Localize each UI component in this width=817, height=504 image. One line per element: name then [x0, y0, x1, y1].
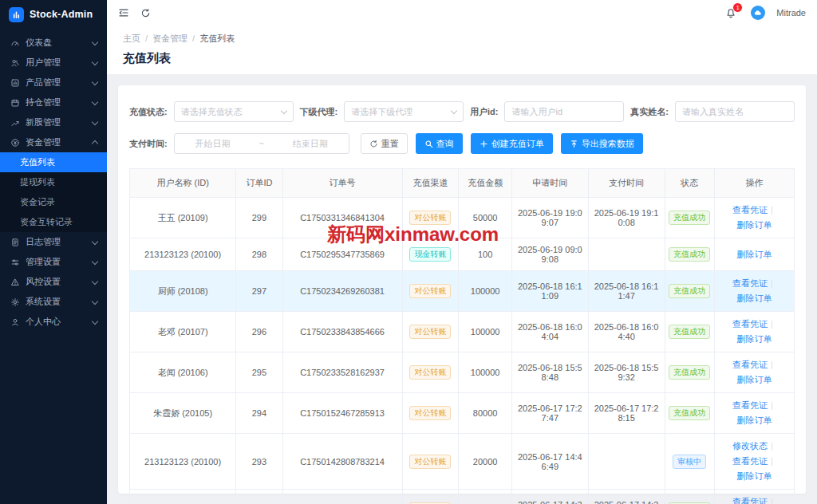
filter-user-id: 用户id:	[470, 101, 624, 122]
search-button-label: 查询	[436, 138, 454, 150]
content: 充值状态: 请选择充值状态 下级代理: 请选择下级代理	[107, 75, 817, 504]
action-link[interactable]: 删除订单	[736, 374, 772, 386]
action-link[interactable]: 删除订单	[736, 249, 772, 261]
recharge-status-select[interactable]: 请选择充值状态	[174, 101, 294, 122]
real-name-input[interactable]	[675, 101, 795, 122]
order-id-cell: 293	[236, 434, 282, 490]
positions-icon	[10, 98, 20, 108]
status-cell: 充值成功	[665, 352, 714, 393]
user-name-cell: 213123123 (20100)	[130, 434, 236, 490]
reset-button-label: 重置	[381, 138, 399, 150]
sidebar-item-系统设置[interactable]: 系统设置	[0, 292, 107, 312]
notification-badge: 1	[732, 2, 743, 13]
table-body: 王五 (20109)299C1750331346841304对公转账500002…	[130, 198, 795, 504]
filter-pay-time: 支付时间: 开始日期 ~ 结束日期	[129, 133, 349, 154]
action-link[interactable]: 删除订单	[736, 219, 772, 231]
export-button[interactable]: 导出搜索数据	[561, 133, 643, 154]
order-id-cell: 294	[236, 393, 282, 434]
system-settings-icon	[10, 297, 20, 307]
recharge-table: 用户名称 (ID)订单ID订单号充值渠道充值金额申请时间支付时间状态操作 王五 …	[129, 168, 795, 504]
users-icon	[10, 58, 20, 68]
sidebar-item-仪表盘[interactable]: 仪表盘	[0, 33, 107, 53]
actions-cell: 删除订单	[714, 238, 794, 271]
sidebar-subitem-资金记录[interactable]: 资金记录	[0, 192, 107, 212]
actions-cell: 查看凭证删除订单	[714, 312, 794, 352]
sidebar-item-产品管理[interactable]: 产品管理	[0, 73, 107, 93]
action-link[interactable]: 删除订单	[736, 471, 772, 482]
breadcrumb-item: 充值列表	[199, 33, 235, 43]
real-name-label: 真实姓名:	[630, 106, 669, 118]
sidebar-subitem-充值列表[interactable]: 充值列表	[0, 152, 107, 172]
username[interactable]: Mitrade	[776, 8, 806, 18]
table-header-row: 用户名称 (ID)订单ID订单号充值渠道充值金额申请时间支付时间状态操作	[130, 169, 795, 198]
action-link[interactable]: 删除订单	[736, 415, 772, 427]
breadcrumb-item[interactable]: 资金管理	[152, 33, 187, 43]
sidebar-item-管理设置[interactable]: 管理设置	[0, 252, 107, 272]
table-row: 老邓 (20107)296C1750233843854666对公转账100000…	[130, 312, 795, 352]
sidebar-item-新股管理[interactable]: 新股管理	[0, 112, 107, 132]
channel-cell: 对公转账	[402, 490, 459, 504]
action-link[interactable]: 查看凭证	[732, 455, 768, 467]
action-link[interactable]: 删除订单	[736, 293, 772, 305]
table-column-header: 支付时间	[588, 169, 665, 198]
action-link[interactable]: 删除订单	[736, 333, 772, 345]
order-id-cell: 298	[236, 238, 282, 271]
start-date-placeholder: 开始日期	[195, 138, 231, 150]
action-link[interactable]: 查看凭证	[732, 496, 768, 504]
reset-button[interactable]: 重置	[361, 133, 408, 154]
app-root: Stock-Admin 仪表盘用户管理产品管理持仓管理新股管理资金管理充值列表提…	[0, 0, 817, 504]
sidebar-item-label: 个人中心	[26, 316, 61, 328]
status-badge: 充值成功	[669, 325, 710, 339]
action-links: 修改状态查看凭证删除订单	[717, 440, 791, 482]
chevron-down-icon	[280, 108, 286, 114]
sidebar-subitem-资金互转记录[interactable]: 资金互转记录	[0, 212, 107, 232]
status-cell: 充值成功	[665, 312, 714, 352]
collapse-menu-icon[interactable]	[118, 7, 129, 18]
chevron-down-icon	[92, 317, 98, 324]
action-link[interactable]: 查看凭证	[732, 359, 768, 371]
sidebar-item-label: 风控设置	[26, 276, 61, 288]
action-link[interactable]: 修改状态	[732, 440, 768, 452]
sidebar-item-用户管理[interactable]: 用户管理	[0, 53, 107, 73]
sidebar-item-个人中心[interactable]: 个人中心	[0, 312, 107, 332]
action-link[interactable]: 查看凭证	[732, 278, 768, 289]
refresh-icon[interactable]	[140, 8, 151, 18]
amount-cell: 80000	[459, 393, 512, 434]
main-area: 1 Mitrade 主页/资金管理/充值列表 充值列表 充值状态: 请选择充值状…	[107, 0, 817, 504]
pay-time-cell: 2025-06-17 17:28:15	[588, 393, 665, 434]
breadcrumb: 主页/资金管理/充值列表	[123, 33, 801, 45]
sidebar-item-风控设置[interactable]: 风控设置	[0, 272, 107, 292]
sidebar-item-label: 资金管理	[26, 136, 61, 148]
breadcrumb-item[interactable]: 主页	[123, 33, 140, 43]
sidebar-subitem-提现列表[interactable]: 提现列表	[0, 172, 107, 192]
search-button[interactable]: 查询	[416, 133, 463, 154]
order-no-cell: C1750142009597572	[282, 490, 402, 504]
create-order-button[interactable]: 创建充值订单	[471, 133, 553, 154]
user-id-label: 用户id:	[470, 106, 498, 118]
apply-time-cell: 2025-06-17 14:46:49	[511, 434, 588, 490]
action-link[interactable]: 查看凭证	[732, 400, 768, 411]
pay-time-range-picker[interactable]: 开始日期 ~ 结束日期	[174, 133, 349, 154]
sidebar-menu: 仪表盘用户管理产品管理持仓管理新股管理资金管理充值列表提现列表资金记录资金互转记…	[0, 33, 107, 332]
date-separator: ~	[259, 139, 263, 148]
action-link[interactable]: 查看凭证	[732, 318, 768, 330]
chevron-down-icon	[92, 58, 98, 65]
table-row: 朱霞娇 (20105)294C1750152467285913对公转账80000…	[130, 393, 795, 434]
sidebar-item-资金管理[interactable]: 资金管理	[0, 132, 107, 152]
table-row: 213123123 (20100)293C1750142808783214对公转…	[130, 434, 795, 490]
order-no-cell: C1750295347735869	[282, 238, 402, 271]
action-link[interactable]: 查看凭证	[732, 204, 768, 216]
user-id-input[interactable]	[504, 101, 624, 122]
notification-bell[interactable]: 1	[725, 7, 736, 18]
avatar[interactable]	[751, 6, 765, 20]
status-badge: 审核中	[673, 455, 706, 469]
pay-time-label: 支付时间:	[129, 138, 168, 150]
sidebar-item-日志管理[interactable]: 日志管理	[0, 232, 107, 252]
sidebar-item-持仓管理[interactable]: 持仓管理	[0, 93, 107, 112]
filter-table-card: 充值状态: 请选择充值状态 下级代理: 请选择下级代理	[118, 85, 806, 494]
agent-select[interactable]: 请选择下级代理	[344, 101, 464, 122]
channel-badge: 对公转账	[409, 406, 451, 420]
user-name-cell: 陈宏民 (20102)	[130, 490, 236, 504]
user-name-cell: 朱霞娇 (20105)	[130, 393, 236, 434]
channel-cell: 对公转账	[402, 198, 459, 238]
